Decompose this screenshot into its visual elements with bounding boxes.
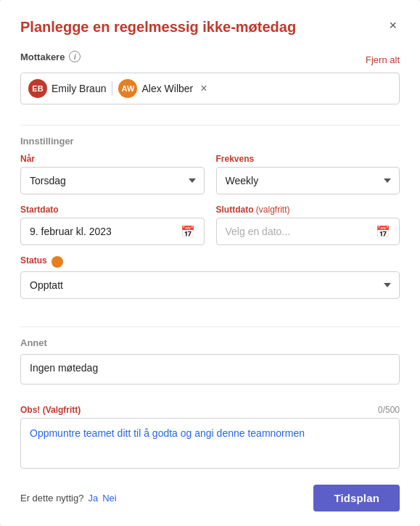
dialog-title: Planlegge en regelmessig ikke-møtedag	[20, 17, 296, 36]
calendar-icon-end: 📅	[376, 225, 390, 239]
recipient-emily: EB Emily Braun	[28, 79, 106, 98]
recipient-name-emily: Emily Braun	[52, 83, 106, 94]
annet-section: Annet Ingen møtedag	[20, 337, 400, 395]
settings-section: Innstillinger Når Mandag Tirsdag Onsdag …	[20, 136, 400, 309]
status-label-row: Status	[20, 255, 400, 268]
status-select[interactable]: Ledig Opptatt Foreløpig Ikke til stede	[20, 271, 400, 299]
remove-all-button[interactable]: Fjern alt	[366, 54, 400, 65]
avatar-alex: AW	[118, 79, 137, 98]
dialog-header: Planlegge en regelmessig ikke-møtedag ×	[20, 17, 400, 36]
avatar-emily: EB	[28, 79, 47, 98]
recipient-name-alex: Alex Wilber	[141, 83, 193, 94]
status-label: Status	[20, 255, 47, 266]
when-frequency-row: Når Mandag Tirsdag Onsdag Torsdag Fredag…	[20, 154, 400, 194]
annet-value[interactable]: Ingen møtedag	[20, 354, 400, 385]
end-date-placeholder: Velg en dato...	[226, 226, 291, 237]
dates-row: Startdato 9. februar kl. 2023 📅 Sluttdat…	[20, 205, 400, 245]
recipient-alex: AW Alex Wilber	[118, 79, 193, 98]
start-date-value: 9. februar kl. 2023	[30, 226, 112, 237]
info-icon[interactable]: i	[69, 51, 81, 62]
section-divider-2	[20, 326, 400, 327]
feedback-text: Er dette nyttig?	[20, 493, 83, 504]
annet-label: Annet	[20, 337, 400, 348]
schedule-dialog: Planlegge en regelmessig ikke-møtedag × …	[0, 0, 420, 526]
end-date-label: Sluttdato (valgfritt)	[216, 205, 400, 215]
frequency-select[interactable]: Daily Weekly Monthly	[216, 167, 400, 194]
when-select-wrapper: Mandag Tirsdag Onsdag Torsdag Fredag	[20, 167, 205, 194]
start-date-field[interactable]: 9. februar kl. 2023 📅	[20, 218, 205, 245]
frequency-group: Frekvens Daily Weekly Monthly	[216, 154, 400, 194]
feedback-row: Er dette nyttig? Ja Nei	[20, 493, 117, 504]
start-date-label: Startdato	[20, 205, 205, 215]
end-date-field[interactable]: Velg en dato... 📅	[216, 218, 400, 245]
settings-label: Innstillinger	[20, 136, 400, 147]
obs-section: Obs! (Valgfritt) 0/500 Oppmuntre teamet …	[20, 405, 400, 469]
status-select-wrapper: Ledig Opptatt Foreløpig Ikke til stede	[20, 271, 400, 299]
recipient-divider	[112, 81, 112, 96]
recipients-label: Mottakere i	[20, 51, 81, 62]
obs-text-box[interactable]: Oppmuntre teamet ditt til å godta og ang…	[20, 418, 400, 469]
calendar-icon-start: 📅	[181, 225, 195, 239]
obs-label-row: Obs! (Valgfritt) 0/500	[20, 405, 400, 415]
dialog-footer: Er dette nyttig? Ja Nei Tidsplan	[20, 473, 400, 511]
obs-placeholder-text: Oppmuntre teamet ditt til å godta og ang…	[30, 427, 305, 439]
tidsplan-button[interactable]: Tidsplan	[313, 485, 400, 511]
feedback-yes-link[interactable]: Ja	[88, 493, 98, 504]
obs-label: Obs! (Valgfritt)	[20, 405, 81, 415]
status-group: Status Ledig Opptatt Foreløpig Ikke til …	[20, 255, 400, 299]
when-select[interactable]: Mandag Tirsdag Onsdag Torsdag Fredag	[20, 167, 205, 194]
section-divider	[20, 125, 400, 126]
status-icon	[52, 256, 63, 268]
frequency-label: Frekvens	[216, 154, 400, 164]
frequency-select-wrapper: Daily Weekly Monthly	[216, 167, 400, 194]
when-group: Når Mandag Tirsdag Onsdag Torsdag Fredag	[20, 154, 205, 194]
end-date-group: Sluttdato (valgfritt) Velg en dato... 📅	[216, 205, 400, 245]
start-date-group: Startdato 9. februar kl. 2023 📅	[20, 205, 205, 245]
remove-recipient-button[interactable]: ×	[199, 83, 208, 94]
recipients-section-header: Mottakere i Fjern alt	[20, 51, 400, 68]
recipients-box: EB Emily Braun AW Alex Wilber ×	[20, 73, 400, 104]
close-button[interactable]: ×	[386, 17, 400, 33]
when-label: Når	[20, 154, 205, 164]
feedback-no-link[interactable]: Nei	[102, 493, 117, 504]
obs-count: 0/500	[378, 405, 400, 415]
